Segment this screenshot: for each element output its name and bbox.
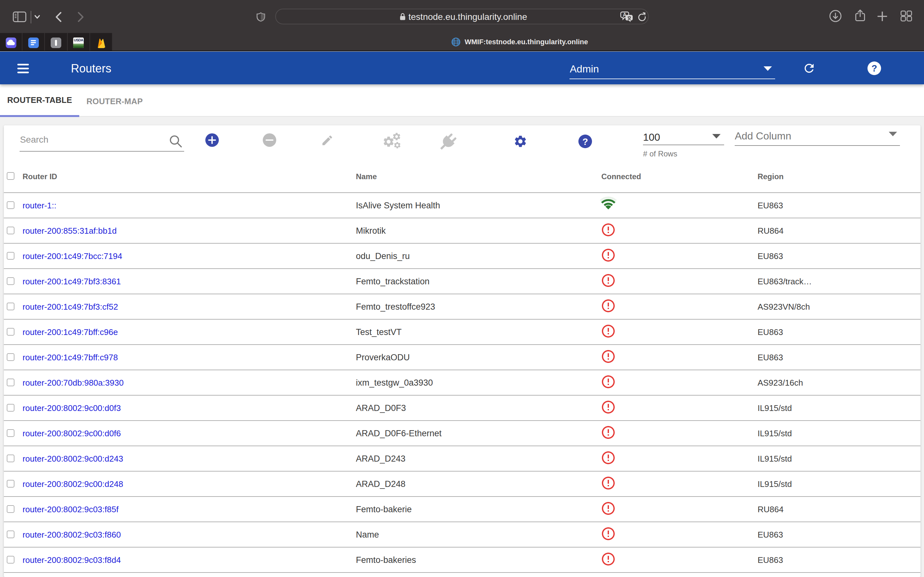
- svg-text:?: ?: [582, 137, 588, 147]
- svg-text:?: ?: [871, 63, 877, 73]
